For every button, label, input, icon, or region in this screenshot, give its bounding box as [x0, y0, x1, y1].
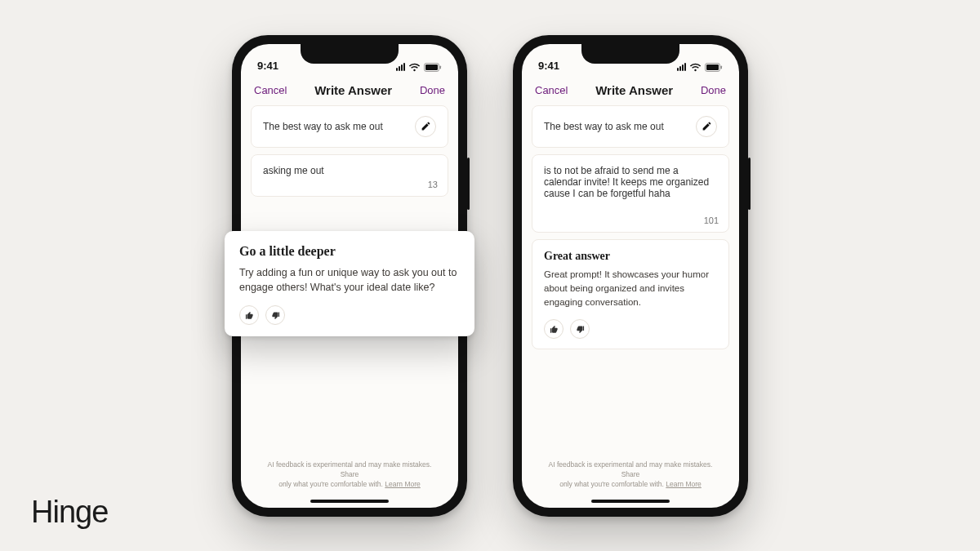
- wifi-icon: [408, 63, 421, 72]
- page-title: Write Answer: [595, 83, 673, 97]
- prompt-card[interactable]: The best way to ask me out: [251, 105, 448, 148]
- done-button[interactable]: Done: [701, 84, 726, 96]
- phone-mockup-left: 9:41 Cancel Write Answer Done: [232, 35, 467, 517]
- thumbs-down-icon: [576, 325, 585, 334]
- edit-prompt-button[interactable]: [415, 116, 436, 137]
- feedback-body: Try adding a fun or unique way to ask yo…: [239, 265, 460, 296]
- disclaimer-line2: only what you're comfortable with.: [559, 480, 666, 488]
- thumbs-up-icon: [245, 311, 254, 320]
- svg-rect-2: [440, 65, 442, 69]
- thumbs-down-button[interactable]: [265, 305, 285, 325]
- disclaimer-line1: AI feedback is experimental and may make…: [540, 460, 721, 480]
- answer-text: asking me out: [263, 165, 324, 176]
- phone-screen: 9:41 Cancel Write Answer Done: [522, 44, 739, 508]
- nav-bar: Cancel Write Answer Done: [241, 73, 458, 105]
- pencil-icon: [421, 121, 431, 131]
- phone-mockup-right: 9:41 Cancel Write Answer Done: [513, 35, 748, 517]
- feedback-card: Great answer Great prompt! It showcases …: [532, 239, 729, 350]
- disclaimer: AI feedback is experimental and may make…: [522, 460, 739, 490]
- disclaimer-line1: AI feedback is experimental and may make…: [259, 460, 440, 480]
- cancel-button[interactable]: Cancel: [254, 84, 287, 96]
- nav-bar: Cancel Write Answer Done: [522, 73, 739, 105]
- thumbs-up-button[interactable]: [239, 305, 259, 325]
- status-time: 9:41: [257, 60, 278, 72]
- svg-rect-4: [706, 64, 719, 70]
- svg-rect-5: [721, 65, 723, 69]
- wifi-icon: [689, 63, 702, 72]
- battery-icon: [424, 63, 442, 72]
- prompt-text: The best way to ask me out: [263, 121, 383, 132]
- disclaimer-line2: only what you're comfortable with.: [278, 480, 385, 488]
- thumbs-up-button[interactable]: [544, 319, 564, 339]
- thumbs-down-button[interactable]: [570, 319, 590, 339]
- page-title: Write Answer: [314, 83, 392, 97]
- answer-card[interactable]: is to not be afraid to send me a calenda…: [532, 154, 729, 233]
- disclaimer: AI feedback is experimental and may make…: [241, 460, 458, 490]
- feedback-body: Great prompt! It showcases your humor ab…: [544, 268, 717, 310]
- phone-notch: [581, 44, 679, 64]
- thumbs-up-icon: [550, 325, 559, 334]
- answer-text: is to not be afraid to send me a calenda…: [544, 165, 709, 199]
- pencil-icon: [702, 121, 712, 131]
- answer-card[interactable]: asking me out 13: [251, 154, 448, 197]
- char-count: 101: [704, 216, 719, 225]
- battery-icon: [705, 63, 723, 72]
- prompt-card[interactable]: The best way to ask me out: [532, 105, 729, 148]
- edit-prompt-button[interactable]: [696, 116, 717, 137]
- cancel-button[interactable]: Cancel: [535, 84, 568, 96]
- learn-more-link[interactable]: Learn More: [666, 480, 701, 488]
- prompt-text: The best way to ask me out: [544, 121, 664, 132]
- home-indicator: [591, 500, 670, 503]
- thumbs-down-icon: [271, 311, 280, 320]
- status-time: 9:41: [538, 60, 559, 72]
- home-indicator: [310, 500, 389, 503]
- svg-rect-1: [425, 64, 438, 70]
- cellular-signal-icon: [677, 63, 686, 71]
- brand-logo: Hinge: [31, 495, 108, 530]
- phone-notch: [301, 44, 399, 64]
- char-count: 13: [428, 180, 438, 189]
- cellular-signal-icon: [396, 63, 405, 71]
- feedback-title: Go a little deeper: [239, 244, 460, 259]
- learn-more-link[interactable]: Learn More: [385, 480, 420, 488]
- feedback-title: Great answer: [544, 250, 717, 263]
- feedback-popover: Go a little deeper Try adding a fun or u…: [225, 231, 474, 337]
- done-button[interactable]: Done: [420, 84, 445, 96]
